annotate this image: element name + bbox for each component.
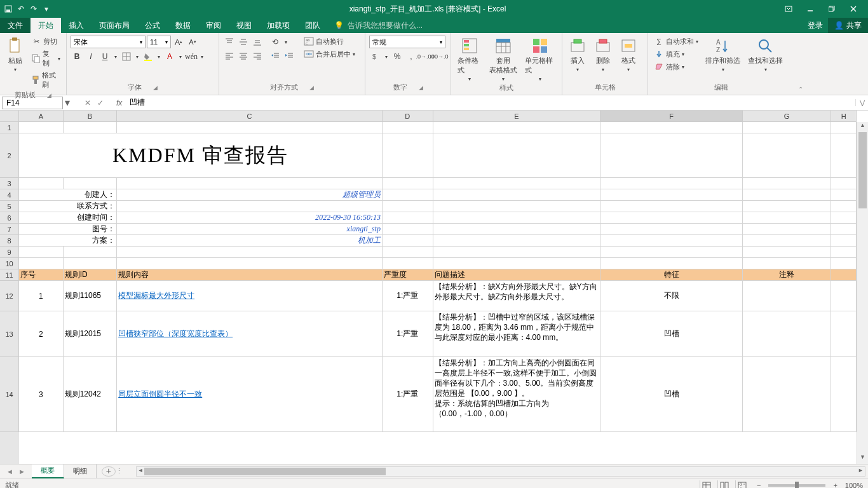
select-all-corner[interactable] [0, 111, 19, 122]
menu-layout[interactable]: 页面布局 [92, 18, 137, 33]
cell[interactable] [383, 201, 433, 212]
cell[interactable] [383, 122, 433, 133]
cancel-formula-icon[interactable]: ✕ [85, 98, 91, 107]
cell[interactable]: 【结果分析】：缺X方向外形最大尺寸。缺Y方向外形最大尺寸。缺Z方向外形最大尺寸。 [433, 281, 601, 311]
menu-review[interactable]: 审阅 [198, 18, 229, 33]
menu-insert[interactable]: 插入 [61, 18, 92, 33]
col-header-G[interactable]: G [743, 111, 831, 122]
cell[interactable]: 超级管理员 [117, 189, 383, 200]
paste-button[interactable]: 粘贴▾ [4, 36, 27, 74]
font-name-combo[interactable]: 宋体▾ [71, 36, 146, 48]
col-header-C[interactable]: C [117, 111, 383, 122]
row-header-1[interactable]: 1 [0, 122, 19, 133]
cell[interactable] [64, 258, 118, 269]
currency-icon[interactable]: $ [369, 50, 382, 63]
zoom-thumb[interactable] [795, 482, 799, 489]
copy-button[interactable]: 复制 ▾ [29, 48, 62, 69]
align-top-icon[interactable] [223, 36, 236, 48]
fill-dd-icon[interactable]: ▾ [156, 50, 162, 63]
zoom-out-icon[interactable]: − [753, 482, 764, 489]
row-header-8[interactable]: 8 [0, 235, 19, 247]
col-header-H[interactable]: H [831, 111, 857, 122]
delete-cell-button[interactable]: 删除▾ [592, 36, 614, 74]
cell[interactable] [743, 258, 831, 269]
row-header-13[interactable]: 13 [0, 311, 19, 357]
namebox-dropdown-icon[interactable]: ▾ [63, 97, 72, 109]
insert-cell-button[interactable]: 插入▾ [566, 36, 589, 74]
cell[interactable]: 2022-09-30 16:50:13 [117, 212, 383, 223]
cell[interactable]: 方案： [19, 235, 117, 246]
cell[interactable]: 严重度 [383, 269, 433, 280]
row-header-9[interactable]: 9 [0, 247, 19, 258]
close-icon[interactable] [844, 3, 863, 15]
cell[interactable] [383, 189, 433, 200]
horizontal-scrollbar[interactable]: ◄ ► [136, 466, 865, 477]
cell-style-button[interactable]: 单元格样式▾ [522, 36, 558, 83]
italic-button[interactable]: I [85, 50, 97, 63]
cut-button[interactable]: ✂剪切 [29, 36, 62, 47]
merge-center-button[interactable]: 合并后居中 ▾ [302, 48, 357, 60]
cell[interactable] [743, 212, 831, 223]
cell[interactable]: 规则ID [64, 269, 118, 280]
cell[interactable]: 问题描述 [433, 269, 601, 280]
cell[interactable] [433, 235, 601, 246]
cell[interactable] [600, 258, 743, 269]
cell[interactable]: 规则内容 [117, 269, 383, 280]
cell[interactable]: 模型漏标最大外形尺寸 [117, 281, 383, 311]
border-dd-icon[interactable]: ▾ [134, 50, 140, 63]
name-box[interactable]: F14 [2, 97, 63, 109]
cell[interactable]: 【结果分析】：加工方向上高亮的小倒圆面在同一高度层上半径不一致,这样不便于加工。… [433, 357, 601, 431]
menu-team[interactable]: 团队 [297, 18, 328, 33]
sort-filter-button[interactable]: AZ排序和筛选▾ [703, 36, 743, 74]
cell[interactable] [831, 258, 857, 269]
font-size-combo[interactable]: 11▾ [147, 36, 171, 48]
menu-home[interactable]: 开始 [31, 18, 61, 33]
cell[interactable] [19, 247, 64, 257]
cell[interactable] [64, 122, 118, 133]
row-header-11[interactable]: 11 [0, 269, 19, 281]
percent-icon[interactable]: % [391, 50, 403, 63]
cell[interactable] [433, 178, 601, 189]
cell[interactable] [743, 224, 831, 234]
find-select-button[interactable]: 查找和选择▾ [745, 36, 785, 74]
number-format-combo[interactable]: 常规▾ [369, 36, 445, 48]
cell[interactable]: 3 [19, 357, 64, 431]
cell[interactable]: 机加工 [117, 235, 383, 246]
cell[interactable]: 1:严重 [383, 311, 433, 356]
row-header-7[interactable]: 7 [0, 224, 19, 235]
menu-formula[interactable]: 公式 [137, 18, 168, 33]
clear-button[interactable]: 清除 ▾ [652, 61, 700, 72]
cell[interactable]: KMDFM 审查报告 [19, 133, 383, 177]
tab-nav-next-icon[interactable]: ► [18, 468, 25, 475]
cell[interactable] [831, 235, 857, 246]
fontcolor-dd-icon[interactable]: ▾ [177, 50, 184, 63]
cell[interactable] [743, 281, 831, 311]
align-bottom-icon[interactable] [251, 36, 264, 48]
cell[interactable] [831, 178, 857, 189]
cell[interactable] [19, 178, 64, 189]
cell[interactable] [600, 247, 743, 257]
phonetic-dd-icon[interactable]: ▾ [199, 50, 205, 63]
font-color-button[interactable]: A [163, 50, 176, 63]
sheet-tab-summary[interactable]: 概要 [32, 464, 64, 478]
align-expand-icon[interactable]: ◢ [309, 85, 314, 91]
hscroll-right-icon[interactable]: ► [858, 467, 864, 473]
scroll-down-icon[interactable]: ▼ [857, 454, 868, 464]
shrink-font-icon[interactable]: A▾ [186, 36, 199, 48]
fill-button[interactable]: 填充 ▾ [652, 48, 700, 60]
formula-input[interactable] [127, 97, 855, 109]
enter-formula-icon[interactable]: ✓ [97, 98, 104, 107]
col-header-D[interactable]: D [383, 111, 433, 122]
row-header-5[interactable]: 5 [0, 201, 19, 212]
expand-formula-icon[interactable]: ⋁ [855, 99, 868, 106]
cell[interactable] [743, 235, 831, 246]
cell[interactable] [600, 212, 743, 223]
cell[interactable] [383, 212, 433, 223]
cell[interactable] [831, 281, 857, 311]
cell[interactable] [743, 189, 831, 200]
cell[interactable]: 规则12042 [64, 357, 118, 431]
cell[interactable] [383, 133, 433, 177]
indent-decrease-icon[interactable] [269, 50, 281, 62]
vertical-scrollbar[interactable]: ▲ ▼ [857, 122, 868, 464]
cell[interactable] [831, 311, 857, 356]
